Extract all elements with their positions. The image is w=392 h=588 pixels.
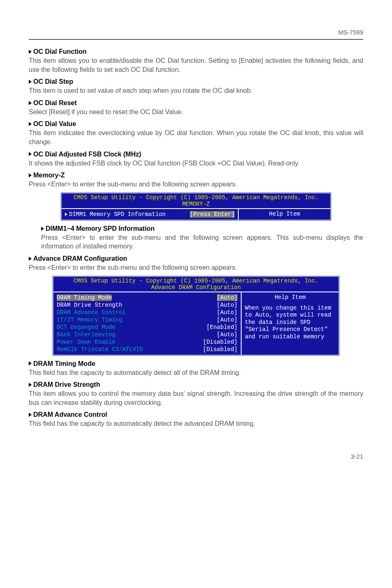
bios-value: [Disabled] [203, 339, 238, 345]
bios-row: 1T/2T Memory Timing[Auto] [57, 316, 238, 324]
doc-number: MS-7599 [29, 29, 363, 36]
section-dimm-spd-info: DIMM1~4 Memory SPD Information Press <En… [29, 225, 363, 251]
chevron-right-icon [29, 413, 32, 417]
chevron-right-icon [65, 213, 67, 216]
section-title: DIMM1~4 Memory SPD Information [46, 225, 154, 232]
chevron-right-icon [29, 361, 32, 365]
section-title: DRAM Drive Strength [33, 381, 100, 388]
bios-row: Bank Interleaving[Auto] [57, 331, 238, 338]
section-body: This field has the capacity to automatic… [29, 419, 363, 428]
chevron-right-icon [29, 173, 32, 177]
bios-label: DIMM1 Memory SPD Information [69, 211, 166, 218]
bios-screenshot-memory-z: CMOS Setup Utility - Copyright (C) 1985-… [60, 192, 332, 221]
bios-row: Power Down Enable[Disabled] [57, 338, 238, 346]
section-body: It shows the adjusted FSB clock by OC Di… [29, 159, 363, 168]
section-oc-dial-step: OC Dial Step This item is used to set va… [29, 78, 363, 95]
section-body: Press <Enter> to enter the sub-menu and … [29, 180, 363, 189]
bios-label: DRAM Advance Control [57, 309, 126, 316]
section-title: DRAM Timing Mode [33, 360, 95, 367]
bios-value: [Auto] [217, 317, 238, 323]
bios-label: DRAM Drive Strength [57, 302, 122, 308]
section-body: Press <Enter> to enter the sub-menu and … [29, 263, 363, 272]
section-title: OC Dial Adjusted FSB Clock (MHz) [33, 151, 141, 158]
chevron-right-icon [29, 152, 32, 156]
section-body: This item allows you to control the memo… [29, 389, 363, 407]
section-title: OC Dial Value [33, 120, 76, 127]
section-oc-dial-value: OC Dial Value This item indicates the ov… [29, 120, 363, 146]
section-title: Memory-Z [33, 172, 65, 179]
bios-row: DRAM Drive Strength[Auto] [57, 301, 238, 309]
bios-label: Bank Interleaving [57, 331, 115, 338]
bios-value: [Auto] [217, 302, 238, 308]
chevron-right-icon [29, 122, 32, 126]
bios-row-dimm1-spd: DIMM1 Memory SPD Information [Press Ente… [65, 211, 235, 218]
bios-label: 1T/2T Memory Timing [57, 317, 122, 323]
chevron-right-icon [29, 101, 32, 105]
bios-value: [Auto] [217, 309, 238, 316]
section-title: OC Dial Step [33, 78, 73, 85]
header-rule [29, 39, 363, 40]
section-body: Select [Reset] if you need to reset the … [29, 108, 363, 117]
bios-value: [Auto] [217, 331, 238, 338]
section-oc-dial-function: OC Dial Function This item allows you to… [29, 48, 363, 74]
section-dram-drive-strength: DRAM Drive Strength This item allows you… [29, 381, 363, 407]
bios-header-line2: MEMORY-Z [62, 201, 330, 207]
bios-value: [Auto] [217, 294, 238, 301]
section-body: This field has the capacity to automatic… [29, 368, 363, 377]
bios-help-title: Help Item [245, 294, 335, 301]
bios-header-line1: CMOS Setup Utility - Copyright (C) 1985-… [62, 194, 330, 201]
bios-value: [Disabled] [203, 346, 238, 353]
bios-label: DRAM Timing Mode [57, 294, 112, 301]
section-dram-advance-control: DRAM Advance Control This field has the … [29, 411, 363, 428]
bios-help-body: When you change this item to Auto, syste… [245, 305, 335, 341]
bios-help-title: Help Item [242, 211, 327, 217]
section-title: Advance DRAM Configuration [33, 255, 127, 262]
section-oc-dial-reset: OC Dial Reset Select [Reset] if you need… [29, 99, 363, 117]
section-title: OC Dial Reset [33, 99, 77, 106]
bios-value: [Press Enter] [190, 211, 235, 218]
section-body: Press <Enter> to enter the sub-menu and … [41, 233, 363, 251]
bios-screenshot-advance-dram: CMOS Setup Utility - Copyright (C) 1985-… [52, 276, 340, 356]
chevron-right-icon [29, 50, 32, 54]
bios-row: DRAM Timing Mode[Auto] [57, 294, 238, 301]
section-title: DRAM Advance Control [33, 411, 107, 418]
bios-label: DCT Unganged Mode [57, 324, 115, 331]
chevron-right-icon [29, 383, 32, 387]
chevron-right-icon [29, 80, 32, 84]
bios-label: Power Down Enable [57, 339, 115, 345]
bios-header-line1: CMOS Setup Utility - Copyright (C) 1985-… [53, 278, 339, 284]
section-oc-dial-adjusted-fsb: OC Dial Adjusted FSB Clock (MHz) It show… [29, 151, 363, 168]
section-advance-dram-config: Advance DRAM Configuration Press <Enter>… [29, 255, 363, 272]
chevron-right-icon [29, 257, 32, 261]
section-body: This item allows you to enable/disable t… [29, 56, 363, 74]
chevron-right-icon [41, 227, 44, 231]
bios-value: [Enabled] [206, 324, 238, 331]
page-number: 3-21 [29, 453, 363, 460]
bios-label: MemClk Tristate C3/ATLVID [57, 346, 143, 353]
section-dram-timing-mode: DRAM Timing Mode This field has the capa… [29, 360, 363, 377]
bios-row: DCT Unganged Mode[Enabled] [57, 324, 238, 331]
bios-row: MemClk Tristate C3/ATLVID[Disabled] [57, 346, 238, 353]
section-memory-z: Memory-Z Press <Enter> to enter the sub-… [29, 172, 363, 189]
section-title: OC Dial Function [33, 48, 87, 55]
bios-header-line2: Advance DRAM Configuration [53, 284, 339, 291]
section-body: This item indicates the overclocking val… [29, 129, 363, 146]
section-body: This item is used to set value of each s… [29, 86, 363, 95]
bios-row: DRAM Advance Control[Auto] [57, 309, 238, 316]
